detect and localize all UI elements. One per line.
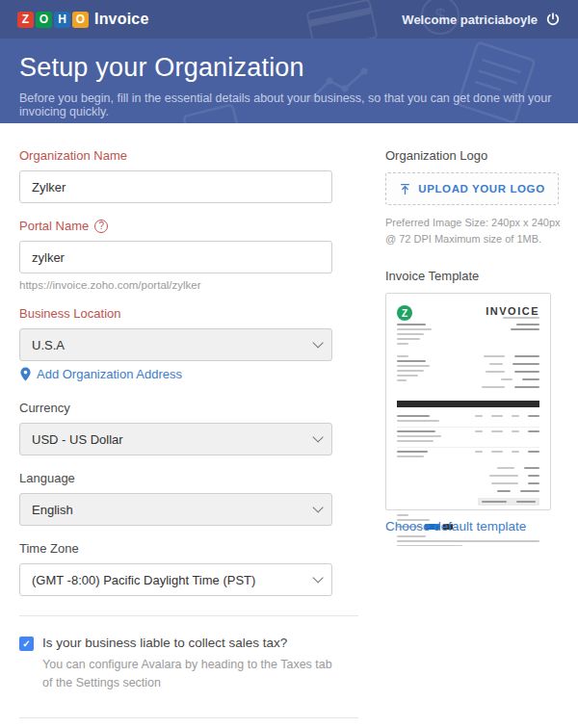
- chevron-down-icon: [312, 431, 323, 442]
- portal-name-input[interactable]: [19, 241, 332, 273]
- invoice-template-label: Invoice Template: [385, 269, 559, 283]
- top-navigation-bar: $ Z O H O Invoice Welcome patriciaboyle: [0, 0, 578, 39]
- time-zone-label: Time Zone: [19, 541, 332, 556]
- zoho-logo-icon: Z O H O: [17, 12, 89, 28]
- setup-form: Organization Name Portal Name ? https://…: [0, 123, 578, 728]
- preview-invoice-meta: [482, 355, 539, 394]
- image-size-hint: Preferred Image Size: 240px x 240px @ 72…: [385, 215, 568, 247]
- preview-bill-to: [397, 355, 430, 394]
- sales-tax-checkbox[interactable]: [19, 637, 34, 651]
- upload-logo-button[interactable]: UPLOAD YOUR LOGO: [385, 172, 559, 205]
- sales-tax-question: Is your business liable to collect sales…: [42, 636, 332, 650]
- logo-letter-z: Z: [17, 12, 34, 28]
- page-subtitle: Before you begin, fill in the essential …: [19, 91, 559, 118]
- invoice-template-preview[interactable]: Z INVOICE: [385, 293, 551, 510]
- organization-logo-label: Organization Logo: [385, 148, 559, 163]
- portal-name-help-icon[interactable]: ?: [94, 220, 108, 233]
- map-pin-icon: [19, 367, 32, 381]
- portal-name-group: Portal Name ? https://invoice.zoho.com/p…: [19, 219, 332, 291]
- currency-value: USD - US Dollar: [32, 432, 123, 447]
- language-label: Language: [19, 471, 332, 485]
- setup-hero-banner: Setup your Organization Before you begin…: [0, 39, 578, 123]
- form-right-column: Organization Logo UPLOAD YOUR LOGO Prefe…: [385, 148, 559, 728]
- time-zone-group: Time Zone (GMT -8:00) Pacific Daylight T…: [19, 541, 332, 596]
- currency-group: Currency USD - US Dollar: [19, 401, 332, 455]
- add-organization-address-link[interactable]: Add Organization Address: [19, 367, 332, 381]
- choose-default-template-link[interactable]: Choose default template: [385, 519, 559, 533]
- business-location-group: Business Location U.S.A: [19, 306, 332, 361]
- organization-name-group: Organization Name: [19, 148, 332, 203]
- product-name: Invoice: [94, 11, 149, 28]
- chevron-down-icon: [312, 572, 323, 583]
- preview-table-header: [397, 401, 539, 407]
- currency-select[interactable]: USD - US Dollar: [19, 423, 332, 455]
- preview-line-item: [397, 428, 539, 448]
- organization-name-label: Organization Name: [19, 148, 332, 163]
- preview-company-address: [397, 324, 432, 348]
- decor-credit-card-icon: [304, 0, 380, 39]
- upload-logo-label: UPLOAD YOUR LOGO: [418, 183, 544, 195]
- add-organization-address-label: Add Organization Address: [37, 367, 182, 381]
- logo-letter-o1: O: [36, 12, 52, 28]
- logo-letter-h: H: [54, 12, 70, 28]
- sales-tax-row: Is your business liable to collect sales…: [19, 636, 332, 692]
- language-group: Language English: [19, 471, 332, 526]
- preview-invoice-title: INVOICE: [486, 305, 539, 317]
- form-left-column: Organization Name Portal Name ? https://…: [19, 148, 332, 728]
- preview-totals: [397, 467, 539, 506]
- section-divider: [19, 717, 358, 718]
- upload-arrow-icon: [399, 183, 411, 195]
- chevron-down-icon: [312, 502, 323, 512]
- chevron-down-icon: [312, 337, 323, 348]
- language-select[interactable]: English: [19, 493, 332, 526]
- page-title: Setup your Organization: [19, 53, 559, 83]
- business-location-select[interactable]: U.S.A: [19, 328, 332, 361]
- portal-name-label: Portal Name: [19, 219, 89, 233]
- organization-name-input[interactable]: [19, 170, 332, 203]
- language-value: English: [32, 503, 73, 517]
- preview-company-logo: Z: [397, 305, 412, 321]
- preview-line-item: [397, 448, 539, 462]
- zoho-invoice-logo[interactable]: Z O H O Invoice: [17, 11, 149, 28]
- logout-power-icon[interactable]: [545, 12, 561, 27]
- time-zone-value: (GMT -8:00) Pacific Daylight Time (PST): [32, 573, 255, 587]
- sales-tax-help-text: You can configure Avalara by heading to …: [42, 656, 332, 692]
- logo-letter-o2: O: [72, 12, 89, 28]
- preview-balance-row: [478, 498, 539, 506]
- time-zone-select[interactable]: (GMT -8:00) Pacific Daylight Time (PST): [19, 563, 332, 596]
- welcome-user-label: Welcome patriciaboyle: [402, 13, 538, 27]
- business-location-label: Business Location: [19, 306, 332, 321]
- business-location-value: U.S.A: [32, 338, 65, 352]
- preview-balance-due: [511, 324, 539, 348]
- preview-line-item: [397, 412, 539, 428]
- portal-url-preview: https://invoice.zoho.com/portal/zylker: [19, 279, 332, 291]
- currency-label: Currency: [19, 401, 332, 415]
- section-divider: [19, 615, 358, 616]
